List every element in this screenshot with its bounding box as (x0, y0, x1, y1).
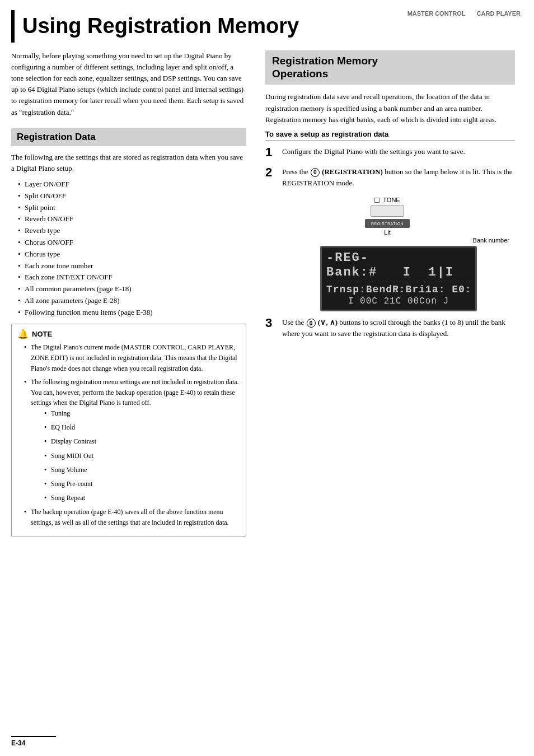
note-sub-list: Tuning EQ Hold Display Contrast Song MID… (31, 408, 240, 503)
tone-square-icon (374, 198, 380, 203)
lcd-row1-text: -REG- Bank:# I 1|I (326, 251, 471, 281)
note-label: NOTE (32, 330, 52, 338)
right-intro-text: During registration data save and recall… (265, 91, 515, 125)
tone-indicator: TONE (374, 197, 400, 203)
list-item: Layer ON/OFF (18, 179, 246, 190)
subsection-title: To save a setup as registration data (265, 130, 515, 141)
list-item: All common parameters (page E-18) (18, 283, 246, 295)
left-section-intro: The following are the settings that are … (11, 152, 246, 174)
lcd-row3: I 00C 21C 00Con J (326, 296, 471, 306)
note-list: The Digital Piano's current mode (MASTER… (17, 342, 240, 528)
right-section-heading: Registration MemoryOperations (272, 55, 508, 81)
lcd-row3-text: I 00C 21C 00Con J (348, 296, 449, 306)
lcd-screen: -REG- Bank:# I 1|I Trnsp:BendR:Bri1a: E0… (320, 246, 477, 311)
list-item: Reverb ON/OFF (18, 213, 246, 225)
list-item: Reverb type (18, 225, 246, 237)
note-sub-item: EQ Hold (44, 422, 240, 433)
content-area: Normally, before playing something you n… (11, 50, 523, 542)
lcd-row2: Trnsp:BendR:Bri1a: E0: (326, 283, 471, 296)
note-item: The backup operation (page E-40) saves a… (24, 507, 240, 528)
note-sub-item: Song MIDI Out (44, 451, 240, 461)
list-item: Split point (18, 202, 246, 214)
tone-label: TONE (383, 197, 400, 203)
bank-number-label: Bank number (473, 237, 509, 244)
page-footer: E-34 (11, 736, 56, 747)
header-nav: MASTER CONTROL CARD PLAYER (407, 10, 521, 17)
page-title: Using Registration Memory (22, 15, 523, 38)
note-icon: 🔔 (17, 329, 29, 339)
lcd-divider (326, 282, 471, 282)
nav-card-player: CARD PLAYER (477, 10, 521, 17)
note-box: 🔔 NOTE The Digital Piano's current mode … (11, 324, 246, 536)
note-sub-item: Tuning (44, 408, 240, 419)
step3-bold: (∨, ∧) (318, 318, 338, 326)
step-3-text: Use the 0 (∨, ∧) buttons to scroll throu… (282, 317, 515, 339)
note-sub-item: Display Contrast (44, 436, 240, 447)
step-1: 1 Configure the Digital Piano with the s… (265, 146, 515, 158)
step-2-text: Press the 0 (REGISTRATION) button so the… (282, 166, 515, 189)
step3-circle-icon: 0 (307, 319, 316, 328)
step-1-text: Configure the Digital Piano with the set… (282, 146, 515, 157)
step2-bold: (REGISTRATION) (322, 167, 383, 176)
lcd-row2-text: Trnsp:BendR:Bri1a: E0: (326, 284, 472, 295)
right-section-box: Registration MemoryOperations (265, 50, 515, 85)
list-item: Chorus ON/OFF (18, 237, 246, 249)
reg-button-label: REGISTRATION (371, 222, 404, 226)
step2-circle-icon: 0 (311, 168, 320, 177)
note-item: The Digital Piano's current mode (MASTER… (24, 342, 240, 374)
note-sub-item: Song Volume (44, 465, 240, 475)
step-2-number: 2 (265, 166, 278, 179)
list-item: All zone parameters (page E-28) (18, 295, 246, 307)
button-rect (371, 206, 404, 217)
list-item: Split ON/OFF (18, 190, 246, 202)
registration-data-section-box: Registration Data (11, 128, 246, 146)
intro-text: Normally, before playing something you n… (11, 50, 246, 118)
note-header: 🔔 NOTE (17, 329, 240, 339)
step-2: 2 Press the 0 (REGISTRATION) button so t… (265, 166, 515, 189)
lit-label: Lit (384, 229, 391, 236)
nav-master-control: MASTER CONTROL (407, 10, 466, 17)
registration-data-heading: Registration Data (17, 132, 241, 143)
note-sub-item: Song Pre-count (44, 479, 240, 489)
page-number: E-34 (11, 739, 25, 747)
step-3: 3 Use the 0 (∨, ∧) buttons to scroll thr… (265, 317, 515, 339)
list-item: Chorus type (18, 249, 246, 260)
list-item: Following function menu items (page E-38… (18, 307, 246, 319)
note-item: The following registration menu settings… (24, 377, 240, 503)
list-item: Each zone INT/EXT ON/OFF (18, 272, 246, 283)
note-sub-item: Song Repeat (44, 493, 240, 503)
reg-button: REGISTRATION (365, 219, 410, 228)
list-item: Each zone tone number (18, 260, 246, 272)
step-3-number: 3 (265, 317, 278, 329)
step-1-number: 1 (265, 146, 278, 158)
reg-button-container: REGISTRATION Lit (365, 219, 410, 236)
right-column: Registration MemoryOperations During reg… (257, 50, 515, 542)
left-column: Normally, before playing something you n… (11, 50, 257, 542)
lcd-diagram: TONE REGISTRATION Lit Bank number -REG- … (282, 197, 515, 311)
steps-container: 1 Configure the Digital Piano with the s… (265, 146, 515, 340)
lcd-row1: -REG- Bank:# I 1|I (326, 251, 471, 281)
registration-data-list: Layer ON/OFF Split ON/OFF Split point Re… (11, 179, 246, 319)
